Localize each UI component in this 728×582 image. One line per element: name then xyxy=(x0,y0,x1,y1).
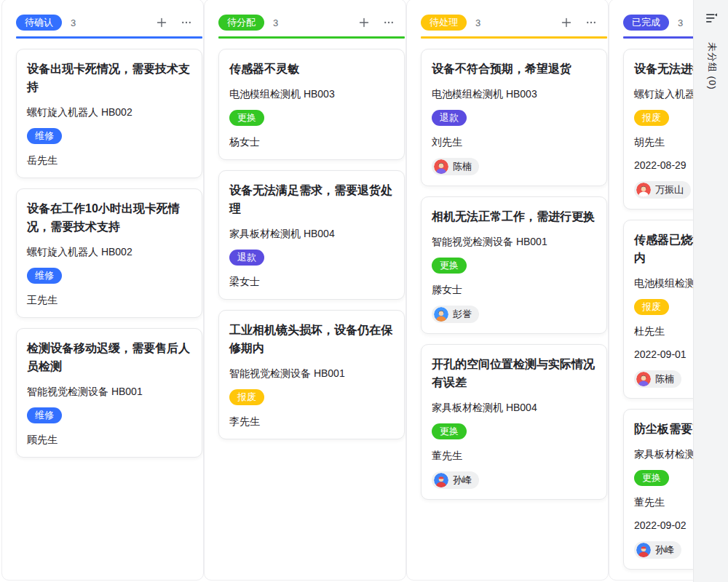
card-tag: 更换 xyxy=(432,258,467,274)
card-contact: 滕女士 xyxy=(432,282,596,297)
column-more-button[interactable] xyxy=(381,15,396,30)
column-count: 3 xyxy=(475,17,480,28)
kanban-card[interactable]: 传感器不灵敏 电池模组检测机 HB003 更换 杨女士 xyxy=(218,49,405,160)
column-underline xyxy=(421,36,607,39)
card-tag-row: 更换 xyxy=(432,423,596,439)
card-title: 传感器不灵敏 xyxy=(229,60,394,78)
avatar xyxy=(636,372,651,386)
card-contact: 顾先生 xyxy=(27,432,191,447)
column-cards: 设备出现卡死情况，需要技术支持 螺钉旋入机器人 HB002 维修 岳先生 设备在… xyxy=(16,49,202,458)
kanban-card[interactable]: 设备在工作10小时出现卡死情况，需要技术支持 螺钉旋入机器人 HB002 维修 … xyxy=(16,188,202,318)
assignee-chip-row: 陈楠 xyxy=(432,158,596,175)
card-tag: 维修 xyxy=(27,128,62,144)
plus-icon xyxy=(156,17,167,28)
kanban-card[interactable]: 相机无法正常工作，需进行更换 智能视觉检测设备 HB001 更换 滕女士 彭誉 xyxy=(421,196,607,334)
card-tag: 更换 xyxy=(229,110,264,126)
kanban-card[interactable]: 设备无法满足需求，需要退货处理 家具板材检测机 HB004 退款 梁女士 xyxy=(218,170,405,300)
card-title: 检测设备移动迟缓，需要售后人员检测 xyxy=(27,339,191,375)
kanban-card[interactable]: 工业相机镜头损坏，设备仍在保修期内 智能视觉检测设备 HB001 报废 李先生 xyxy=(218,310,405,439)
ungrouped-label[interactable]: 未分组 (0) xyxy=(705,42,719,90)
card-tag-row: 维修 xyxy=(27,128,191,144)
assignee-chip-row: 彭誉 xyxy=(432,306,596,323)
card-tag-row: 维修 xyxy=(27,407,191,423)
more-icon xyxy=(383,17,395,28)
kanban-column: 待分配 3 传感器不灵敏 电池模组检测机 HB003 更换 杨女士 设备无法满足… xyxy=(204,0,406,581)
assignee-chip[interactable]: 陈楠 xyxy=(432,158,479,175)
column-count: 3 xyxy=(71,17,76,28)
kanban-card[interactable]: 设备不符合预期，希望退货 电池模组检测机 HB003 退款 刘先生 陈楠 xyxy=(421,49,607,186)
assignee-chip[interactable]: 万振山 xyxy=(634,181,691,199)
card-contact: 李先生 xyxy=(229,414,394,428)
add-card-button[interactable] xyxy=(559,15,574,30)
column-cards: 设备不符合预期，希望退货 电池模组检测机 HB003 退款 刘先生 陈楠 xyxy=(421,49,607,500)
card-tag: 报废 xyxy=(634,299,669,315)
column-status-pill[interactable]: 待处理 xyxy=(421,15,467,31)
column-more-button[interactable] xyxy=(179,15,194,30)
more-icon xyxy=(181,17,192,28)
column-cards: 传感器不灵敏 电池模组检测机 HB003 更换 杨女士 设备无法满足需求，需要退… xyxy=(218,49,405,439)
column-header: 待确认 3 xyxy=(15,14,201,31)
card-contact: 梁女士 xyxy=(229,274,394,289)
card-device: 螺钉旋入机器人 HB002 xyxy=(27,105,191,119)
card-tag: 退款 xyxy=(229,250,264,266)
card-title: 开孔的空间位置检测与实际情况有误差 xyxy=(432,355,596,391)
kanban-card[interactable]: 开孔的空间位置检测与实际情况有误差 家具板材检测机 HB004 更换 董先生 孙… xyxy=(421,344,607,500)
card-tag-row: 更换 xyxy=(229,110,394,126)
card-contact: 杨女士 xyxy=(229,135,394,149)
card-device: 螺钉旋入机器人 HB002 xyxy=(27,244,191,259)
card-title: 相机无法正常工作，需进行更换 xyxy=(432,207,596,226)
board-columns: 待确认 3 设备出现卡死情况，需要技术支持 螺钉旋入机器人 HB002 维修 岳… xyxy=(1,1,728,582)
column-count: 3 xyxy=(678,17,683,28)
kanban-board: 待确认 3 设备出现卡死情况，需要技术支持 螺钉旋入机器人 HB002 维修 岳… xyxy=(0,1,728,582)
more-icon xyxy=(585,17,597,28)
collapse-panel-button[interactable] xyxy=(694,12,728,25)
assignee-chip[interactable]: 孙峰 xyxy=(634,541,681,559)
assignee-chip[interactable]: 陈楠 xyxy=(634,370,681,388)
card-title: 工业相机镜头损坏，设备仍在保修期内 xyxy=(229,321,394,357)
kanban-card[interactable]: 设备出现卡死情况，需要技术支持 螺钉旋入机器人 HB002 维修 岳先生 xyxy=(16,49,202,178)
card-contact: 刘先生 xyxy=(432,135,596,149)
card-tag-row: 更换 xyxy=(432,258,596,274)
card-contact: 董先生 xyxy=(432,448,596,463)
card-contact: 岳先生 xyxy=(27,153,191,167)
card-title: 设备不符合预期，希望退货 xyxy=(432,60,596,78)
assignee-name: 孙峰 xyxy=(655,544,674,556)
card-device: 电池模组检测机 HB003 xyxy=(432,87,596,101)
card-title: 设备出现卡死情况，需要技术支持 xyxy=(27,60,191,96)
kanban-column: 待确认 3 设备出现卡死情况，需要技术支持 螺钉旋入机器人 HB002 维修 岳… xyxy=(1,0,204,581)
assignee-chip[interactable]: 孙峰 xyxy=(432,471,479,489)
assignee-name: 万振山 xyxy=(655,184,684,196)
add-card-button[interactable] xyxy=(154,15,169,30)
card-device: 电池模组检测机 HB003 xyxy=(229,87,394,101)
assignee-chip[interactable]: 彭誉 xyxy=(432,306,479,323)
column-more-button[interactable] xyxy=(584,15,598,30)
card-tag: 报废 xyxy=(229,389,264,405)
card-device: 家具板材检测机 HB004 xyxy=(432,400,596,415)
assignee-name: 彭誉 xyxy=(453,308,472,320)
card-tag: 维修 xyxy=(27,407,62,423)
card-tag: 退款 xyxy=(432,110,467,126)
add-card-button[interactable] xyxy=(357,15,371,30)
kanban-column: 待处理 3 设备不符合预期，希望退货 电池模组检测机 HB003 退款 刘先生 xyxy=(406,0,609,581)
avatar xyxy=(434,473,448,487)
column-header: 待处理 3 xyxy=(419,14,606,31)
assignee-name: 陈楠 xyxy=(655,373,674,385)
plus-icon xyxy=(561,17,572,28)
card-tag: 更换 xyxy=(432,423,467,439)
collapse-panel-icon xyxy=(705,12,718,25)
card-tag-row: 报废 xyxy=(229,389,394,405)
column-status-pill[interactable]: 待确认 xyxy=(16,15,62,31)
column-underline xyxy=(218,36,405,39)
column-status-pill[interactable]: 待分配 xyxy=(218,15,264,31)
plus-icon xyxy=(358,17,370,28)
card-device: 智能视觉检测设备 HB001 xyxy=(229,366,394,380)
card-device: 智能视觉检测设备 HB001 xyxy=(27,384,191,399)
card-tag-row: 退款 xyxy=(432,110,596,126)
card-title: 设备在工作10小时出现卡死情况，需要技术支持 xyxy=(27,199,191,236)
column-count: 3 xyxy=(273,17,278,28)
card-device: 智能视觉检测设备 HB001 xyxy=(432,234,596,249)
card-tag-row: 退款 xyxy=(229,250,394,266)
kanban-card[interactable]: 检测设备移动迟缓，需要售后人员检测 智能视觉检测设备 HB001 维修 顾先生 xyxy=(16,328,202,458)
column-underline xyxy=(16,36,202,39)
column-status-pill[interactable]: 已完成 xyxy=(623,15,669,31)
